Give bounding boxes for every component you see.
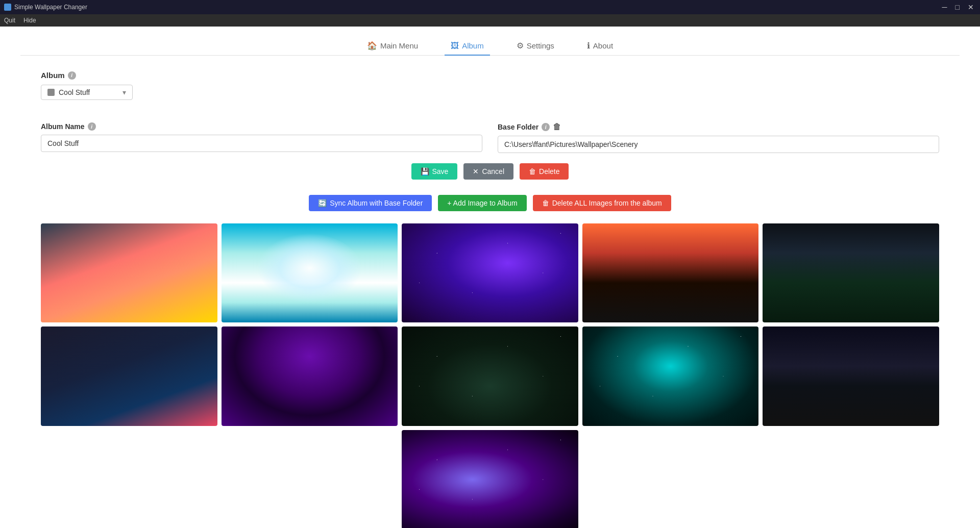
album-name-input[interactable]	[41, 135, 482, 152]
tab-settings[interactable]: ⚙ Settings	[510, 37, 560, 56]
dropdown-icon	[47, 89, 55, 96]
close-button[interactable]: ✕	[966, 4, 976, 11]
album-dropdown[interactable]: Cool Stuff ▾	[41, 85, 133, 100]
menu-quit[interactable]: Quit	[4, 17, 15, 24]
home-icon: 🏠	[367, 41, 377, 51]
settings-icon: ⚙	[517, 41, 524, 51]
tab-album[interactable]: 🖼 Album	[445, 37, 490, 56]
base-folder-input[interactable]	[498, 136, 939, 153]
tab-main-menu-label: Main Menu	[380, 41, 418, 50]
delete-icon: 🗑	[529, 167, 536, 175]
save-icon: 💾	[421, 167, 429, 175]
menu-bar: Quit Hide	[0, 14, 980, 27]
image-item-11[interactable]	[402, 430, 578, 528]
album-name-label: Album Name i	[41, 122, 482, 131]
album-section-label: Album i	[41, 71, 939, 80]
title-bar-left: Simple Wallpaper Changer	[4, 4, 87, 11]
base-folder-info-icon[interactable]: i	[542, 123, 550, 131]
tab-about[interactable]: ℹ About	[581, 37, 619, 56]
sync-button[interactable]: 🔄 Sync Album with Base Folder	[309, 195, 432, 211]
tab-about-label: About	[593, 41, 613, 50]
image-item-4[interactable]	[582, 223, 759, 322]
cancel-icon: ✕	[473, 167, 479, 175]
delete-all-button[interactable]: 🗑 Delete ALL Images from the album	[533, 195, 671, 211]
cancel-button[interactable]: ✕ Cancel	[463, 163, 513, 180]
save-button[interactable]: 💾 Save	[411, 163, 458, 180]
album-name-info-icon[interactable]: i	[88, 122, 96, 131]
delete-button[interactable]: 🗑 Delete	[520, 163, 569, 180]
minimize-button[interactable]: ─	[940, 4, 949, 11]
base-folder-label: Base Folder i 🗑	[498, 122, 939, 132]
album-section: Album i Cool Stuff ▾	[20, 71, 960, 100]
main-content: 🏠 Main Menu 🖼 Album ⚙ Settings ℹ About A…	[0, 27, 980, 528]
image-item-2[interactable]	[222, 223, 398, 322]
action-buttons: 🔄 Sync Album with Base Folder + Add Imag…	[20, 195, 960, 211]
image-item-7[interactable]	[222, 326, 398, 425]
delete-all-icon: 🗑	[542, 199, 549, 207]
album-icon: 🖼	[451, 41, 459, 51]
title-bar: Simple Wallpaper Changer ─ □ ✕	[0, 0, 980, 14]
image-item-6[interactable]	[41, 326, 217, 425]
app-title: Simple Wallpaper Changer	[14, 4, 87, 11]
image-item-8[interactable]	[402, 326, 578, 425]
info-icon: ℹ	[587, 41, 590, 51]
tab-settings-label: Settings	[527, 41, 554, 50]
image-item-1[interactable]	[41, 223, 217, 322]
tab-album-label: Album	[462, 41, 484, 50]
tab-main-menu[interactable]: 🏠 Main Menu	[361, 37, 424, 56]
image-grid	[20, 223, 960, 528]
image-item-9[interactable]	[582, 326, 759, 425]
sync-icon: 🔄	[318, 199, 327, 207]
album-dropdown-value: Cool Stuff	[59, 88, 90, 96]
title-bar-controls: ─ □ ✕	[940, 4, 976, 11]
nav-tabs: 🏠 Main Menu 🖼 Album ⚙ Settings ℹ About	[20, 37, 960, 56]
maximize-button[interactable]: □	[953, 4, 962, 11]
buttons-row: 💾 Save ✕ Cancel 🗑 Delete	[20, 163, 960, 180]
dropdown-arrow-icon: ▾	[122, 88, 126, 96]
base-folder-group: Base Folder i 🗑	[498, 122, 939, 153]
image-item-10[interactable]	[763, 326, 939, 425]
menu-hide[interactable]: Hide	[23, 17, 36, 24]
album-name-group: Album Name i	[41, 122, 482, 153]
app-icon	[4, 4, 11, 11]
album-info-icon[interactable]: i	[68, 71, 76, 80]
add-image-button[interactable]: + Add Image to Album	[438, 195, 526, 211]
image-item-5[interactable]	[763, 223, 939, 322]
base-folder-delete-icon[interactable]: 🗑	[553, 122, 561, 132]
form-row: Album Name i Base Folder i 🗑	[20, 112, 960, 153]
image-item-3[interactable]	[402, 223, 578, 322]
